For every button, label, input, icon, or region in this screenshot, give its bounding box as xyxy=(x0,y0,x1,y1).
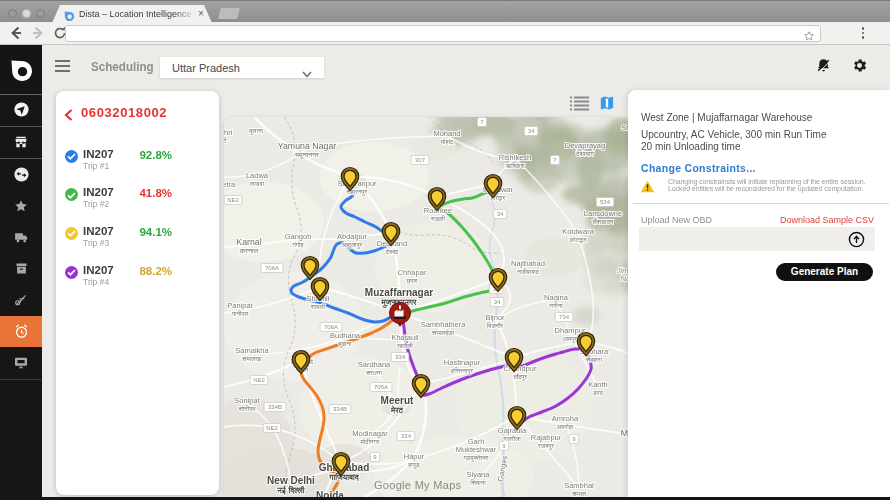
back-icon[interactable] xyxy=(8,25,24,41)
road-badge: 7 xyxy=(550,156,559,165)
trip-number: Trip #2 xyxy=(83,199,109,209)
map-view-icon[interactable] xyxy=(599,95,615,115)
browser-titlebar: Dista – Location Intelligence Pl × xyxy=(0,0,890,22)
map-label-hindi: छपार xyxy=(405,277,417,284)
back-icon[interactable] xyxy=(64,107,73,125)
warning-icon xyxy=(640,179,655,197)
trip-number: Trip #3 xyxy=(83,238,109,248)
road-badge: 706A xyxy=(370,383,392,392)
map-label: Hastinapur xyxy=(444,358,481,367)
map-label: Sambhal xyxy=(564,481,594,490)
warning-line1: Changing constrainsts will initiate repl… xyxy=(668,178,865,185)
map-label-hindi: हस्तिनापुर xyxy=(450,367,473,375)
map-label: Yamuna Nagar xyxy=(278,141,337,151)
sidebar-item-fleet[interactable] xyxy=(0,222,42,254)
map-label: Sardhana xyxy=(358,360,391,369)
sidebar-item-scheduling[interactable] xyxy=(0,316,42,348)
sidebar-item-swap[interactable] xyxy=(0,159,42,191)
svg-text:34: 34 xyxy=(528,128,535,134)
window-minimize-button[interactable] xyxy=(22,9,31,18)
trip-check-icon xyxy=(65,266,78,279)
map-label: Panipat xyxy=(227,301,253,310)
svg-text:734: 734 xyxy=(559,314,570,320)
browser-tab[interactable]: Dista – Location Intelligence Pl × xyxy=(52,5,212,23)
trip-check-icon xyxy=(65,150,78,163)
trip-utilization: 94.1% xyxy=(139,226,172,238)
map-label-hindi: सम्भलहेड़ा xyxy=(431,329,455,336)
svg-text:334: 334 xyxy=(395,354,406,360)
sidebar-item-two-wheeler-off[interactable] xyxy=(0,285,42,317)
map-label-hindi: मुलाना xyxy=(248,127,263,135)
warning-line2: Locked entities will be reconsidered for… xyxy=(668,185,863,192)
sidebar-item-favorites[interactable] xyxy=(0,190,42,222)
window-zoom-button[interactable] xyxy=(36,9,45,18)
change-constraints-link[interactable]: Change Constraints... xyxy=(641,162,756,174)
download-sample-csv-link[interactable]: Download Sample CSV xyxy=(780,215,874,225)
trip-number: Trip #4 xyxy=(83,277,109,287)
settings-gear-icon[interactable] xyxy=(851,57,868,78)
sidebar-item-navigation[interactable] xyxy=(0,94,42,126)
map-label-hindi: देवबंद xyxy=(385,248,399,255)
trip-row[interactable]: IN207Trip #192.8% xyxy=(56,146,219,176)
svg-text:706A: 706A xyxy=(324,324,338,330)
map-label-hindi: हापुड़ xyxy=(407,461,419,469)
upload-obd-dropzone[interactable] xyxy=(639,227,875,251)
notifications-off-icon[interactable] xyxy=(815,57,832,78)
region-dropdown[interactable]: Uttar Pradesh xyxy=(160,57,324,78)
app-root: Scheduling Uttar Pradesh xyxy=(0,45,890,497)
dista-logo[interactable] xyxy=(0,45,42,95)
map-label: Modinagar xyxy=(352,429,388,438)
trip-row[interactable]: IN207Trip #394.1% xyxy=(56,223,219,253)
road-badge: 534 xyxy=(596,198,614,207)
map-label-hindi: बुढ़ाना xyxy=(338,340,352,348)
map-label-hindi: सम्भल xyxy=(571,490,587,497)
trip-utilization: 41.8% xyxy=(139,187,172,199)
map-label-hindi: नगीना xyxy=(548,302,563,309)
upload-icon[interactable] xyxy=(848,231,865,252)
generate-plan-button[interactable]: Generate Plan xyxy=(776,263,873,281)
map-label-hindi: अब्दुलापुर xyxy=(342,241,363,249)
map-label-hindi: चाँदपुर xyxy=(512,373,527,381)
road-badge: 307 xyxy=(411,156,429,165)
forward-icon[interactable] xyxy=(30,25,46,41)
new-tab-button[interactable] xyxy=(218,8,240,19)
map-label: Jagadhri xyxy=(224,128,233,137)
road-badge: NE2 xyxy=(263,424,281,433)
trip-number: Trip #1 xyxy=(83,161,109,171)
road-badge: 34 xyxy=(490,298,503,307)
trip-utilization: 88.2% xyxy=(139,265,172,277)
road-badge: 7 xyxy=(477,118,486,127)
browser-menu-icon[interactable] xyxy=(861,27,865,41)
map-label-hindi: सियाना xyxy=(469,479,486,486)
trip-row[interactable]: IN207Trip #241.8% xyxy=(56,184,219,214)
road-badge: 9 xyxy=(499,442,508,451)
road-badge: 734 xyxy=(555,313,573,322)
url-bar[interactable] xyxy=(65,25,821,42)
map-label: Kurukshetra xyxy=(224,180,236,189)
menu-icon[interactable] xyxy=(55,60,70,72)
map-label: Kotdwara xyxy=(562,227,595,236)
map-label-hindi: लैंसडाउन xyxy=(592,218,614,225)
tab-close-icon[interactable]: × xyxy=(198,8,204,19)
map-label-hindi: रजबपुर xyxy=(537,442,554,450)
window-close-button[interactable] xyxy=(8,9,17,18)
trip-row[interactable]: IN207Trip #488.2% xyxy=(56,262,219,292)
bookmark-star-icon[interactable] xyxy=(803,28,815,40)
map-label-hindi: नजीबाबाद xyxy=(516,268,539,275)
page-title: Scheduling xyxy=(91,60,154,74)
list-view-icon[interactable] xyxy=(570,96,589,115)
sidebar-item-store[interactable] xyxy=(0,127,42,159)
sidebar-separator xyxy=(0,379,42,380)
map-label: Ladwa xyxy=(246,171,269,180)
map-label-hindi: मोदीनगर xyxy=(360,438,380,445)
svg-text:34: 34 xyxy=(497,211,504,217)
svg-text:NE2: NE2 xyxy=(266,425,278,431)
trip-vehicle-id: IN207 xyxy=(83,148,114,160)
sidebar-item-archive[interactable] xyxy=(0,253,42,285)
sidebar-item-dashboard[interactable] xyxy=(0,347,42,379)
browser-toolbar xyxy=(0,22,890,45)
svg-text:334B: 334B xyxy=(268,404,282,410)
svg-text:NE2: NE2 xyxy=(227,197,239,203)
road-badge: 334 xyxy=(397,432,415,441)
road-badge: 34 xyxy=(524,127,537,136)
